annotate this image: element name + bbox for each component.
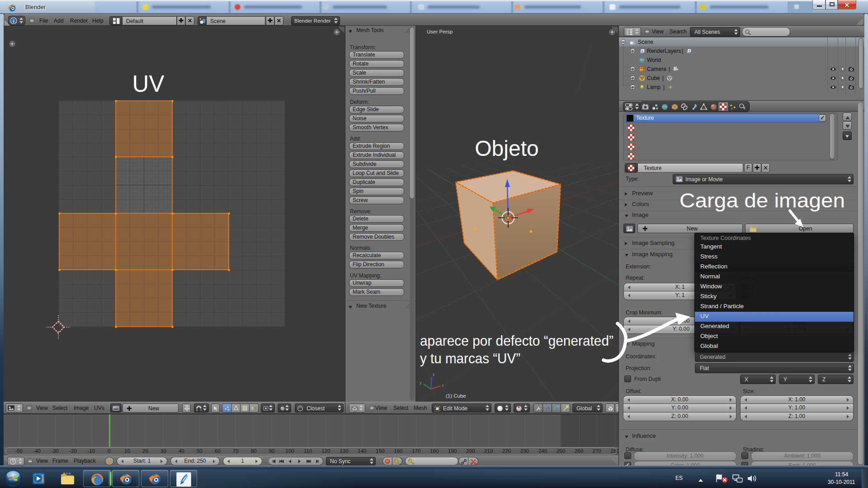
svg-text:z: z	[433, 372, 435, 377]
svg-text:(1) Cube: (1) Cube	[446, 393, 466, 399]
svg-text:y tu marcas “UV”: y tu marcas “UV”	[420, 350, 520, 366]
svg-text:x: x	[442, 383, 444, 388]
svg-text:Objeto: Objeto	[475, 136, 538, 160]
svg-text:User Persp: User Persp	[427, 29, 453, 34]
svg-text:i: i	[13, 18, 14, 23]
svg-text:y: y	[420, 380, 422, 385]
svg-text:aparece por defecto “generated: aparece por defecto “generated”	[420, 333, 613, 349]
svg-text:UV: UV	[132, 71, 165, 97]
